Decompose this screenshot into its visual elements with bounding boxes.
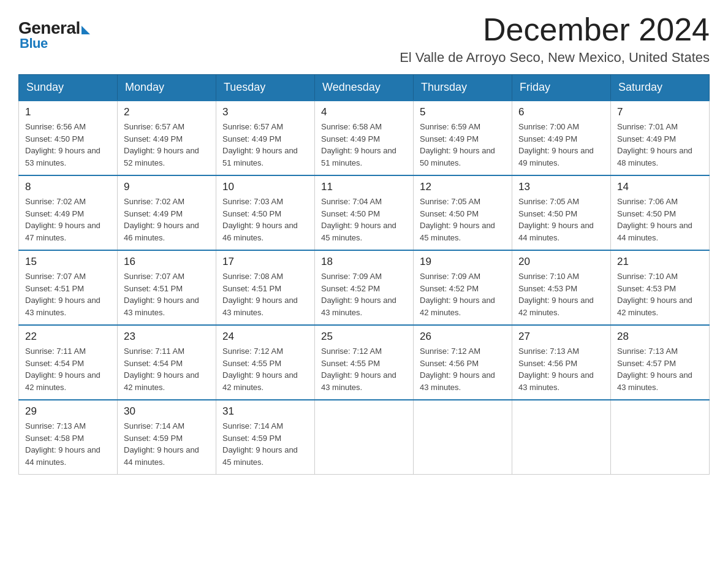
day-number: 14	[617, 181, 703, 193]
day-number: 26	[420, 331, 506, 343]
calendar-day-cell: 21 Sunrise: 7:10 AMSunset: 4:53 PMDaylig…	[611, 250, 710, 325]
day-info: Sunrise: 7:03 AMSunset: 4:50 PMDaylight:…	[222, 196, 308, 243]
day-info: Sunrise: 7:06 AMSunset: 4:50 PMDaylight:…	[617, 196, 703, 243]
day-number: 7	[617, 106, 703, 118]
day-info: Sunrise: 7:02 AMSunset: 4:49 PMDaylight:…	[25, 196, 111, 243]
day-info: Sunrise: 7:11 AMSunset: 4:54 PMDaylight:…	[25, 345, 111, 393]
logo-blue-text: Blue	[20, 36, 48, 52]
day-info: Sunrise: 7:14 AMSunset: 4:59 PMDaylight:…	[222, 420, 308, 468]
logo-arrow-icon	[82, 26, 90, 34]
calendar-day-cell: 29 Sunrise: 7:13 AMSunset: 4:58 PMDaylig…	[19, 400, 118, 475]
day-info: Sunrise: 6:56 AMSunset: 4:50 PMDaylight:…	[25, 121, 111, 169]
calendar-week-row: 22 Sunrise: 7:11 AMSunset: 4:54 PMDaylig…	[19, 325, 710, 400]
day-info: Sunrise: 7:11 AMSunset: 4:54 PMDaylight:…	[124, 345, 210, 393]
calendar-day-cell: 12 Sunrise: 7:05 AMSunset: 4:50 PMDaylig…	[414, 175, 512, 250]
calendar-day-cell: 13 Sunrise: 7:05 AMSunset: 4:50 PMDaylig…	[512, 175, 611, 250]
day-number: 2	[124, 106, 210, 118]
calendar-day-cell: 16 Sunrise: 7:07 AMSunset: 4:51 PMDaylig…	[118, 250, 216, 325]
col-header-wednesday: Wednesday	[315, 75, 414, 101]
day-number: 19	[420, 256, 506, 268]
calendar-day-cell: 2 Sunrise: 6:57 AMSunset: 4:49 PMDayligh…	[118, 101, 216, 175]
day-number: 15	[25, 256, 111, 268]
col-header-tuesday: Tuesday	[216, 75, 315, 101]
calendar-table: Sunday Monday Tuesday Wednesday Thursday…	[18, 74, 710, 475]
day-info: Sunrise: 7:12 AMSunset: 4:56 PMDaylight:…	[420, 345, 506, 393]
calendar-day-cell: 5 Sunrise: 6:59 AMSunset: 4:49 PMDayligh…	[414, 101, 512, 175]
calendar-week-row: 1 Sunrise: 6:56 AMSunset: 4:50 PMDayligh…	[19, 101, 710, 175]
calendar-day-cell: 25 Sunrise: 7:12 AMSunset: 4:55 PMDaylig…	[315, 325, 414, 400]
calendar-day-cell: 19 Sunrise: 7:09 AMSunset: 4:52 PMDaylig…	[414, 250, 512, 325]
day-info: Sunrise: 7:08 AMSunset: 4:51 PMDaylight:…	[222, 270, 308, 318]
day-number: 13	[518, 181, 604, 193]
calendar-day-cell: 23 Sunrise: 7:11 AMSunset: 4:54 PMDaylig…	[118, 325, 216, 400]
day-info: Sunrise: 7:13 AMSunset: 4:57 PMDaylight:…	[617, 345, 703, 393]
location-subtitle: El Valle de Arroyo Seco, New Mexico, Uni…	[400, 50, 710, 66]
day-info: Sunrise: 7:13 AMSunset: 4:58 PMDaylight:…	[25, 420, 111, 468]
day-info: Sunrise: 6:59 AMSunset: 4:49 PMDaylight:…	[420, 121, 506, 169]
calendar-day-cell: 30 Sunrise: 7:14 AMSunset: 4:59 PMDaylig…	[118, 400, 216, 475]
day-number: 31	[222, 405, 308, 418]
calendar-day-cell: 9 Sunrise: 7:02 AMSunset: 4:49 PMDayligh…	[118, 175, 216, 250]
day-number: 27	[518, 331, 604, 343]
calendar-empty-cell	[512, 400, 611, 475]
calendar-day-cell: 7 Sunrise: 7:01 AMSunset: 4:49 PMDayligh…	[611, 101, 710, 175]
day-info: Sunrise: 6:57 AMSunset: 4:49 PMDaylight:…	[124, 121, 210, 169]
day-number: 5	[420, 106, 506, 118]
day-number: 1	[25, 106, 111, 118]
day-info: Sunrise: 7:09 AMSunset: 4:52 PMDaylight:…	[420, 270, 506, 318]
calendar-week-row: 15 Sunrise: 7:07 AMSunset: 4:51 PMDaylig…	[19, 250, 710, 325]
title-block: December 2024 El Valle de Arroyo Seco, N…	[400, 12, 710, 66]
calendar-day-cell: 11 Sunrise: 7:04 AMSunset: 4:50 PMDaylig…	[315, 175, 414, 250]
day-info: Sunrise: 7:04 AMSunset: 4:50 PMDaylight:…	[321, 196, 407, 243]
day-number: 9	[124, 181, 210, 193]
day-number: 20	[518, 256, 604, 268]
day-info: Sunrise: 7:07 AMSunset: 4:51 PMDaylight:…	[124, 270, 210, 318]
day-number: 21	[617, 256, 703, 268]
day-number: 10	[222, 181, 308, 193]
day-info: Sunrise: 7:05 AMSunset: 4:50 PMDaylight:…	[420, 196, 506, 243]
day-number: 23	[124, 331, 210, 343]
calendar-day-cell: 14 Sunrise: 7:06 AMSunset: 4:50 PMDaylig…	[611, 175, 710, 250]
calendar-day-cell: 1 Sunrise: 6:56 AMSunset: 4:50 PMDayligh…	[19, 101, 118, 175]
day-number: 16	[124, 256, 210, 268]
day-info: Sunrise: 7:12 AMSunset: 4:55 PMDaylight:…	[222, 345, 308, 393]
day-info: Sunrise: 7:10 AMSunset: 4:53 PMDaylight:…	[518, 270, 604, 318]
day-info: Sunrise: 7:01 AMSunset: 4:49 PMDaylight:…	[617, 121, 703, 169]
day-info: Sunrise: 7:14 AMSunset: 4:59 PMDaylight:…	[124, 420, 210, 468]
col-header-monday: Monday	[118, 75, 216, 101]
col-header-sunday: Sunday	[19, 75, 118, 101]
calendar-day-cell: 31 Sunrise: 7:14 AMSunset: 4:59 PMDaylig…	[216, 400, 315, 475]
calendar-day-cell: 18 Sunrise: 7:09 AMSunset: 4:52 PMDaylig…	[315, 250, 414, 325]
col-header-thursday: Thursday	[414, 75, 512, 101]
day-info: Sunrise: 7:05 AMSunset: 4:50 PMDaylight:…	[518, 196, 604, 243]
calendar-day-cell: 27 Sunrise: 7:13 AMSunset: 4:56 PMDaylig…	[512, 325, 611, 400]
day-info: Sunrise: 7:13 AMSunset: 4:56 PMDaylight:…	[518, 345, 604, 393]
calendar-day-cell: 22 Sunrise: 7:11 AMSunset: 4:54 PMDaylig…	[19, 325, 118, 400]
month-year-title: December 2024	[400, 12, 710, 47]
logo: General Blue	[18, 12, 90, 52]
calendar-day-cell: 28 Sunrise: 7:13 AMSunset: 4:57 PMDaylig…	[611, 325, 710, 400]
calendar-day-cell: 15 Sunrise: 7:07 AMSunset: 4:51 PMDaylig…	[19, 250, 118, 325]
day-number: 22	[25, 331, 111, 343]
day-number: 12	[420, 181, 506, 193]
day-number: 3	[222, 106, 308, 118]
day-number: 30	[124, 405, 210, 418]
day-number: 24	[222, 331, 308, 343]
day-info: Sunrise: 6:57 AMSunset: 4:49 PMDaylight:…	[222, 121, 308, 169]
day-info: Sunrise: 7:09 AMSunset: 4:52 PMDaylight:…	[321, 270, 407, 318]
calendar-day-cell: 10 Sunrise: 7:03 AMSunset: 4:50 PMDaylig…	[216, 175, 315, 250]
calendar-empty-cell	[315, 400, 414, 475]
calendar-day-cell: 24 Sunrise: 7:12 AMSunset: 4:55 PMDaylig…	[216, 325, 315, 400]
calendar-day-cell: 8 Sunrise: 7:02 AMSunset: 4:49 PMDayligh…	[19, 175, 118, 250]
calendar-day-cell: 20 Sunrise: 7:10 AMSunset: 4:53 PMDaylig…	[512, 250, 611, 325]
calendar-day-cell: 4 Sunrise: 6:58 AMSunset: 4:49 PMDayligh…	[315, 101, 414, 175]
day-info: Sunrise: 7:02 AMSunset: 4:49 PMDaylight:…	[124, 196, 210, 243]
calendar-empty-cell	[414, 400, 512, 475]
day-info: Sunrise: 7:12 AMSunset: 4:55 PMDaylight:…	[321, 345, 407, 393]
day-number: 11	[321, 181, 407, 193]
day-number: 8	[25, 181, 111, 193]
calendar-week-row: 29 Sunrise: 7:13 AMSunset: 4:58 PMDaylig…	[19, 400, 710, 475]
calendar-day-cell: 3 Sunrise: 6:57 AMSunset: 4:49 PMDayligh…	[216, 101, 315, 175]
day-number: 25	[321, 331, 407, 343]
day-info: Sunrise: 7:10 AMSunset: 4:53 PMDaylight:…	[617, 270, 703, 318]
